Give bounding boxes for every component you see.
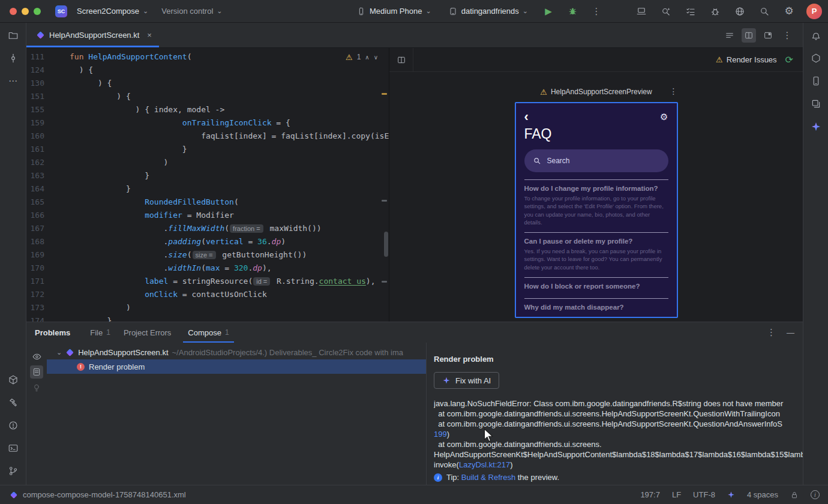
code-line[interactable]: 151) { xyxy=(26,90,389,103)
indent-widget[interactable]: 4 spaces xyxy=(747,490,778,499)
quick-fix-bulb-button[interactable] xyxy=(30,381,43,394)
code-line[interactable]: 130) { xyxy=(26,77,389,90)
encoding-widget[interactable]: UTF-8 xyxy=(693,490,715,499)
device-selector[interactable]: Medium Phone ⌄ xyxy=(353,5,435,18)
ai-spark-icon xyxy=(442,376,451,385)
code-view-button[interactable] xyxy=(722,28,737,43)
close-window-button[interactable] xyxy=(10,8,17,15)
code-line[interactable]: 162) xyxy=(26,156,389,169)
tab-project-errors[interactable]: Project Errors xyxy=(117,322,181,343)
faq-list: How do I change my profile information?T… xyxy=(524,179,668,318)
design-view-button[interactable] xyxy=(761,28,775,43)
line-number: 151 xyxy=(26,90,44,103)
code-line[interactable]: 164} xyxy=(26,182,389,196)
stripe-mark[interactable] xyxy=(382,200,387,202)
render-problem-row[interactable]: ! Render problem xyxy=(47,359,426,374)
lock-icon[interactable] xyxy=(790,491,799,499)
app-insights-button[interactable] xyxy=(708,4,722,19)
code-line[interactable]: 124) { xyxy=(26,64,389,77)
code-line[interactable]: 165RoundedFilledButton( xyxy=(26,196,389,209)
code-line[interactable]: 160faqList[index] = faqList[index].copy(… xyxy=(26,130,389,143)
problems-file-row[interactable]: ⌄ HelpAndSupportScreen.kt ~/AndroidStudi… xyxy=(47,345,426,359)
run-button[interactable]: ▶ xyxy=(541,4,556,19)
split-view-button[interactable] xyxy=(742,28,756,43)
gradle-button[interactable] xyxy=(809,52,823,65)
code-lines[interactable]: 111fun HelpAndSupportContent(124) {130) … xyxy=(26,48,389,322)
code-line[interactable]: 159onTrailingIconClick = { xyxy=(26,116,389,130)
folder-icon xyxy=(8,30,19,41)
info-icon[interactable]: i xyxy=(811,490,820,499)
debug-button[interactable] xyxy=(565,4,580,19)
run-more-options-button[interactable]: ⋮ xyxy=(589,4,604,19)
resource-manager-button[interactable] xyxy=(809,97,823,110)
code-editor[interactable]: 111fun HelpAndSupportContent(124) {130) … xyxy=(26,48,389,322)
minimize-window-button[interactable] xyxy=(22,8,29,15)
stack-link[interactable]: 199 xyxy=(434,430,447,439)
fix-with-ai-label: Fix with AI xyxy=(455,376,491,385)
editor-scrollbar[interactable] xyxy=(384,232,388,257)
gear-icon: ⚙ xyxy=(784,6,793,16)
prev-warning-button[interactable]: ∧ xyxy=(365,54,369,61)
code-line[interactable]: 155) { index, model -> xyxy=(26,103,389,116)
notifications-button[interactable] xyxy=(809,29,823,42)
code-line[interactable]: 171label = stringResource(id = R.string.… xyxy=(26,275,389,288)
code-line[interactable]: 163} xyxy=(26,169,389,182)
build-toolwindow-button[interactable] xyxy=(7,396,20,409)
commit-toolwindow-button[interactable] xyxy=(7,52,20,65)
vcs-selector[interactable]: Version control ⌄ xyxy=(158,5,226,17)
build-refresh-link[interactable]: Build & Refresh xyxy=(461,473,515,482)
preview-menu-button[interactable]: ⋮ xyxy=(670,86,678,96)
code-line[interactable]: 166modifier = Modifier xyxy=(26,209,389,222)
view-options-button[interactable] xyxy=(30,350,43,363)
code-line[interactable]: 174} xyxy=(26,314,389,322)
close-tab-icon[interactable]: × xyxy=(147,31,152,40)
render-issues-indicator[interactable]: ⚠ Render Issues xyxy=(716,55,776,64)
details-toggle-button[interactable] xyxy=(30,365,43,379)
code-line[interactable]: 170.widthIn(max = 320.dp), xyxy=(26,262,389,275)
code-line[interactable]: 168.padding(vertical = 36.dp) xyxy=(26,235,389,248)
tab-file[interactable]: File 1 xyxy=(83,322,117,343)
terminal-toolwindow-button[interactable] xyxy=(7,442,20,455)
code-line[interactable]: 161} xyxy=(26,143,389,156)
phone-preview-frame[interactable]: ‹ ⚙ FAQ Search How do xyxy=(515,102,678,318)
tab-compose[interactable]: Compose 1 xyxy=(181,322,235,343)
stripe-mark[interactable] xyxy=(382,281,387,283)
panel-options-button[interactable]: ⋮ xyxy=(767,327,776,338)
refresh-preview-button[interactable]: ⟳ xyxy=(785,55,793,65)
more-toolwindows-button[interactable]: ⋯ xyxy=(7,74,20,88)
code-line[interactable]: 167.fillMaxWidth(fraction = maxWidth()) xyxy=(26,222,389,235)
stack-link[interactable]: LazyDsl.kt:217 xyxy=(459,460,510,469)
search-everywhere-button[interactable] xyxy=(757,4,772,19)
running-devices-button[interactable] xyxy=(634,4,649,19)
stack-line: at com.ibm.google.datingandfriends.ui.sc… xyxy=(434,409,803,419)
device-manager-button[interactable] xyxy=(809,74,823,88)
project-selector[interactable]: Screen2Compose ⌄ xyxy=(73,5,152,17)
profiler-button[interactable] xyxy=(733,4,747,19)
problems-toolwindow-button[interactable] xyxy=(7,419,20,432)
preview-layout-button[interactable] xyxy=(389,48,413,71)
editor-tab[interactable]: HelpAndSupportScreen.kt × xyxy=(26,23,159,47)
warning-stripe-mark[interactable] xyxy=(382,93,387,95)
gemini-button[interactable] xyxy=(809,120,823,133)
ai-status-spark-icon[interactable] xyxy=(727,491,735,499)
user-avatar[interactable]: P xyxy=(806,4,822,19)
version-control-toolwindow-button[interactable] xyxy=(7,464,20,478)
settings-button[interactable]: ⚙ xyxy=(782,4,796,19)
info-icon: i xyxy=(434,473,442,482)
caret-position-widget[interactable]: 197:7 xyxy=(640,490,660,499)
todo-list-button[interactable] xyxy=(683,4,698,19)
ai-search-button[interactable] xyxy=(659,4,673,19)
hide-panel-button[interactable]: — xyxy=(787,328,794,337)
line-separator-widget[interactable]: LF xyxy=(672,490,681,499)
run-target-selector[interactable]: datingandfriends ⌄ xyxy=(445,5,532,18)
code-line[interactable]: 172onClick = contactUsOnClick xyxy=(26,288,389,301)
zoom-window-button[interactable] xyxy=(34,8,41,15)
code-line[interactable]: 111fun HelpAndSupportContent( xyxy=(26,50,389,64)
fix-with-ai-button[interactable]: Fix with AI xyxy=(434,372,499,389)
project-toolwindow-button[interactable] xyxy=(7,29,20,42)
next-warning-button[interactable]: ∨ xyxy=(374,54,378,61)
editor-options-button[interactable]: ⋮ xyxy=(780,28,794,43)
code-line[interactable]: 173) xyxy=(26,301,389,314)
build-variants-button[interactable] xyxy=(7,373,20,386)
code-line[interactable]: 169.size(size = getButtonHeight()) xyxy=(26,248,389,262)
